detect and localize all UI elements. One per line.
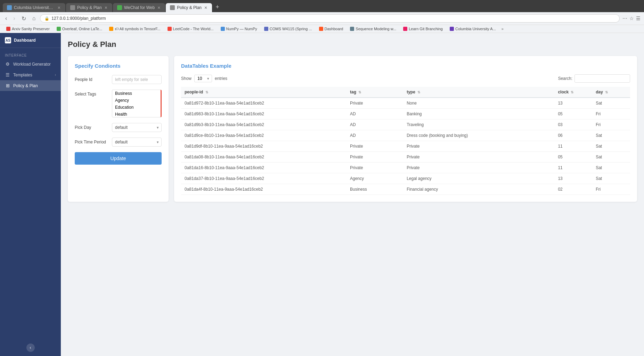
col-header-clock[interactable]: clock ⇅ <box>554 87 592 98</box>
tab-close-policy2[interactable]: × <box>204 5 208 10</box>
cell-type: Private <box>403 141 554 152</box>
cell-tag: Private <box>347 163 403 173</box>
bookmark-dashboard[interactable]: Dashboard <box>316 26 346 32</box>
pick-day-control: default Monday Tuesday Wednesday Thursda… <box>112 123 162 132</box>
show-label: Show <box>181 76 191 81</box>
extensions-button[interactable]: ⋯ <box>622 16 627 21</box>
address-bar[interactable]: 🔒 127.0.0.1:8000/plan_platform <box>40 14 620 23</box>
cell-day: Sat <box>592 152 630 163</box>
entries-select[interactable]: 10 25 50 100 <box>194 75 212 82</box>
col-header-type[interactable]: type ⇅ <box>403 87 554 98</box>
cell-people-id: 0a81da4f-8b10-11ea-9aaa-54e1ad16ceb2 <box>181 184 347 195</box>
sidebar-section-label: INTERFACE <box>0 51 61 59</box>
search-label: Search: <box>558 76 572 81</box>
lock-icon: 🔒 <box>44 16 49 21</box>
datatable-title: DataTables Example <box>181 63 630 69</box>
cell-people-id: 0a81da37-8b10-11ea-9aaa-54e1ad16ceb2 <box>181 173 347 184</box>
pick-time-wrapper: default Morning Afternoon Evening Night <box>112 138 162 147</box>
bookmark-star[interactable]: ☆ <box>629 16 634 21</box>
bookmark-numpy[interactable]: NumPy — NumPy <box>218 26 260 32</box>
reload-button[interactable]: ↻ <box>20 15 28 23</box>
table-row: 0a81d9ce-8b10-11ea-9aaa-54e1ad16ceb2 AD … <box>181 130 630 141</box>
sidebar-item-templates[interactable]: ☰ Templates › <box>0 69 61 80</box>
pick-day-row: Pick Day default Monday Tuesday Wednesda… <box>75 123 162 132</box>
sidebar-item-workload-generator[interactable]: ⚙ Workload Generator <box>0 59 61 69</box>
tab-policy2[interactable]: Policy & Plan × <box>166 3 212 12</box>
cell-clock: 03 <box>554 119 592 130</box>
menu-button[interactable]: ☰ <box>636 16 641 21</box>
tag-option-health[interactable]: Health <box>112 111 161 117</box>
tab-bar: Columbia University Aut... × Policy & Pl… <box>0 0 644 12</box>
page-title: Policy & Plan <box>68 40 637 49</box>
nav-actions: ⋯ ☆ ☰ <box>622 16 641 21</box>
people-id-input[interactable] <box>112 75 162 84</box>
back-button[interactable]: ‹ <box>3 15 9 22</box>
bookmarks-overflow[interactable]: » <box>502 27 504 31</box>
cell-day: Fri <box>592 184 630 195</box>
cell-people-id: 0a81d9ce-8b10-11ea-9aaa-54e1ad16ceb2 <box>181 130 347 141</box>
tab-policy1[interactable]: Policy & Plan × <box>66 3 112 12</box>
bookmark-sequence[interactable]: Sequence Modeling w... <box>347 26 399 32</box>
workload-generator-icon: ⚙ <box>5 61 10 67</box>
people-id-label: People Id <box>75 75 108 82</box>
tab-close-columbia[interactable]: × <box>57 5 61 10</box>
pick-day-select[interactable]: default Monday Tuesday Wednesday Thursda… <box>112 123 162 132</box>
sort-icon-clock: ⇅ <box>571 90 573 94</box>
bookmark-leetcode[interactable]: LeetCode - The World... <box>165 26 217 32</box>
policy-plan-icon: ⊞ <box>5 83 10 88</box>
bookmark-git[interactable]: Learn Git Branching <box>400 26 446 32</box>
cell-people-id: 0a81da08-8b10-11ea-9aaa-54e1ad16ceb2 <box>181 152 347 163</box>
bookmark-coms[interactable]: COMS W4115 (Spring ... <box>261 26 315 32</box>
update-button[interactable]: Update <box>75 152 162 165</box>
sidebar: AS Dashboard INTERFACE ⚙ Workload Genera… <box>0 33 61 356</box>
tag-option-education[interactable]: Education <box>112 104 161 111</box>
bookmark-overleaf[interactable]: Overleaf, Online LaTe... <box>54 26 105 32</box>
tag-option-agency[interactable]: Agency <box>112 97 161 104</box>
header-row: people-id ⇅ tag ⇅ type ⇅ clock ⇅ <box>181 87 630 98</box>
cell-type: Banking <box>403 109 554 119</box>
tag-option-business[interactable]: Business <box>112 90 161 97</box>
bookmark-arxiv[interactable]: Arxiv Sanity Preserver <box>3 26 52 32</box>
col-header-people-id[interactable]: people-id ⇅ <box>181 87 347 98</box>
sidebar-item-policy-plan[interactable]: ⊞ Policy & Plan <box>0 80 61 91</box>
cell-tag: Business <box>347 184 403 195</box>
tab-favicon-policy2 <box>170 5 175 10</box>
bookmark-favicon-arxiv <box>6 27 10 31</box>
search-input[interactable] <box>574 74 630 83</box>
cell-day: Sat <box>592 173 630 184</box>
bookmark-label-arxiv: Arxiv Sanity Preserver <box>12 27 50 31</box>
tab-close-policy1[interactable]: × <box>104 5 108 10</box>
cell-day: Fri <box>592 109 630 119</box>
sidebar-label-policy: Policy & Plan <box>13 83 56 88</box>
cell-type: Private <box>403 163 554 173</box>
cell-tag: Agency <box>347 173 403 184</box>
tab-wechat[interactable]: WeChat for Web × <box>113 3 165 12</box>
tags-select[interactable]: Business Agency Education Health <box>112 90 162 117</box>
entries-label: entries <box>215 76 227 81</box>
select-tags-row: Select Tags Business Agency Education He… <box>75 90 162 117</box>
main-content: Policy & Plan Specify Condionts People I… <box>61 33 644 356</box>
table-row: 0a81d9df-8b10-11ea-9aaa-54e1ad16ceb2 Pri… <box>181 141 630 152</box>
datatable-body: 0a81d972-8b10-11ea-9aaa-54e1ad16ceb2 Pri… <box>181 98 630 195</box>
bookmark-label-overleaf: Overleaf, Online LaTe... <box>62 27 103 31</box>
forward-button[interactable]: › <box>11 15 17 22</box>
pick-time-period-select[interactable]: default Morning Afternoon Evening Night <box>112 138 162 147</box>
pick-day-wrapper: default Monday Tuesday Wednesday Thursda… <box>112 123 162 132</box>
bookmark-tensorflow[interactable]: 🏷 All symbols in TensorF... <box>106 26 163 32</box>
home-button[interactable]: ⌂ <box>31 15 38 22</box>
people-id-control <box>112 75 162 84</box>
cell-people-id: 0a81d9df-8b10-11ea-9aaa-54e1ad16ceb2 <box>181 141 347 152</box>
cell-type: None <box>403 98 554 109</box>
bookmark-label-sequence: Sequence Modeling w... <box>356 27 396 31</box>
sidebar-label-workload: Workload Generator <box>13 62 56 67</box>
bookmark-favicon-git <box>403 27 407 31</box>
cell-tag: AD <box>347 119 403 130</box>
col-header-tag[interactable]: tag ⇅ <box>347 87 403 98</box>
bookmark-columbia[interactable]: Columbia University A... <box>447 26 499 32</box>
tab-columbia[interactable]: Columbia University Aut... × <box>3 3 65 12</box>
sidebar-collapse-button[interactable]: ‹ <box>26 343 35 352</box>
bookmark-label-columbia: Columbia University A... <box>455 27 496 31</box>
new-tab-button[interactable]: + <box>213 2 222 12</box>
col-header-day[interactable]: day ⇅ <box>592 87 630 98</box>
tab-close-wechat[interactable]: × <box>157 5 161 10</box>
